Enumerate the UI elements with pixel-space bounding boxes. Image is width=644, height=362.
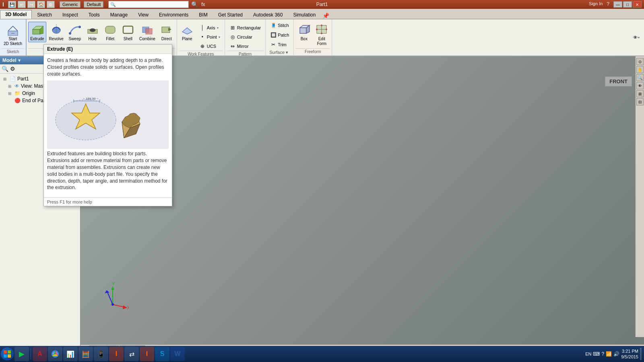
tab-3d-model[interactable]: 3D Model	[0, 10, 32, 19]
tab-autodesk-360[interactable]: Autodesk 360	[248, 10, 288, 19]
plane-icon	[181, 23, 194, 36]
point-icon: •	[199, 34, 206, 40]
combine-btn[interactable]: Combine	[137, 22, 157, 42]
sweep-btn[interactable]: Sweep	[66, 22, 83, 42]
search-go-btn[interactable]: 🔍	[191, 1, 198, 8]
quick-undo-btn[interactable]: ↩	[18, 1, 26, 8]
help-tray-icon[interactable]: ?	[601, 351, 604, 357]
shell-btn[interactable]: Shell	[120, 22, 136, 42]
tab-tools[interactable]: Tools	[83, 10, 105, 19]
viber-taskbar-btn[interactable]: 📱	[94, 347, 108, 361]
edit-form-btn[interactable]: EditForm	[313, 22, 330, 47]
sign-in-btn[interactable]: Sign In	[589, 1, 603, 8]
search-input[interactable]	[108, 1, 189, 8]
plane-label: Plane	[182, 37, 192, 41]
generic-dropdown[interactable]: Generic	[60, 1, 81, 8]
taskbar: ▶ A 📊 🧮 📱 I ⇄ I S W EN ⌨ ? 📶 🔊 3:21 PM 9…	[0, 346, 644, 362]
point-btn[interactable]: • Point ▾	[196, 33, 223, 41]
titlebar-controls: Sign In ? — □ ✕	[589, 1, 642, 8]
fillet-btn[interactable]: Fillet	[102, 22, 119, 42]
nav-orbit-btn[interactable]: ⊙	[636, 58, 644, 65]
rectangular-btn[interactable]: ⊞ Rectangular	[227, 23, 264, 32]
sidebar-model-label: Model	[2, 58, 17, 63]
nav-look-btn[interactable]: 👁	[636, 82, 644, 89]
tab-environments[interactable]: Environments	[154, 10, 194, 19]
work-features-label: Work Features	[179, 51, 223, 56]
patch-btn[interactable]: 🔲 Patch	[267, 31, 292, 39]
view-icon: 👁	[633, 35, 638, 40]
nav-zoom-sel-btn[interactable]: ⊟	[636, 98, 644, 105]
tab-simulation[interactable]: Simulation	[288, 10, 321, 19]
calc-taskbar-btn[interactable]: 🧮	[78, 347, 93, 361]
volume-icon[interactable]: 🔊	[613, 351, 619, 357]
tab-sketch[interactable]: Sketch	[32, 10, 57, 19]
view-dropdown-arrow: ▾	[638, 36, 640, 39]
axis-dropdown-arrow: ▾	[217, 26, 219, 30]
svg-rect-18	[300, 28, 306, 33]
circular-btn[interactable]: ◎ Circular	[227, 33, 264, 41]
tab-bim[interactable]: BIM	[194, 10, 213, 19]
plane-btn[interactable]: Plane	[179, 22, 196, 42]
ucs-btn[interactable]: ⊕ UCS	[196, 42, 223, 51]
skype-taskbar-btn[interactable]: S	[155, 347, 169, 361]
start-2d-sketch-btn[interactable]: Start2D Sketch	[2, 22, 24, 47]
app1-taskbar-btn[interactable]: A	[33, 347, 47, 361]
surface-dropdown-btn[interactable]: Surface ▾	[267, 49, 292, 56]
start-button[interactable]	[1, 348, 14, 360]
nav-pan-btn[interactable]: ✋	[636, 66, 644, 73]
origin-expand-icon[interactable]: ⊞	[8, 91, 13, 96]
part1-label: Part1	[17, 76, 29, 82]
sidebar-filter-icon[interactable]: 🔍	[2, 66, 8, 72]
taskbar-sep-1	[31, 348, 31, 360]
minimize-btn[interactable]: —	[613, 1, 622, 8]
tooltip-detail: Extruded features are building blocks fo…	[47, 150, 169, 191]
quick-home-btn[interactable]: 🏠	[37, 1, 45, 8]
app-icon: I	[2, 1, 4, 8]
tab-inspect[interactable]: Inspect	[57, 10, 83, 19]
nav-zoom-btn[interactable]: 🔍	[636, 74, 644, 81]
pin-icon[interactable]: 📌	[322, 12, 329, 19]
close-btn[interactable]: ✕	[633, 1, 642, 8]
end-of-part-icon: 🔴	[14, 98, 21, 103]
view-master-expand-icon[interactable]: ⊞	[8, 84, 13, 88]
nav-zoom-all-btn[interactable]: ⊞	[636, 90, 644, 97]
quick-redo-btn[interactable]: ↪	[27, 1, 35, 8]
fillet-icon	[104, 23, 117, 36]
view-label: FRONT	[605, 76, 632, 86]
default-dropdown[interactable]: Default	[84, 1, 103, 8]
extrude-btn[interactable]: Extrude	[28, 22, 46, 42]
inventor-taskbar-btn[interactable]: I	[109, 347, 124, 361]
word-taskbar-btn[interactable]: W	[170, 347, 185, 361]
tab-manage[interactable]: Manage	[105, 10, 133, 19]
quick-misc-btn[interactable]: ⚙	[47, 1, 55, 8]
help-btn[interactable]: ?	[607, 1, 609, 8]
quick-save-btn[interactable]: 💾	[8, 1, 16, 8]
box-freeform-btn[interactable]: Box	[295, 22, 312, 42]
box-ff-label: Box	[301, 37, 308, 41]
stitch-btn[interactable]: 🧵 Stitch	[267, 21, 292, 30]
trim-btn[interactable]: ✂ Trim	[267, 40, 289, 49]
maximize-btn[interactable]: □	[623, 1, 632, 8]
direct-btn[interactable]: Direct	[158, 22, 175, 42]
keyboard-icon[interactable]: ⌨	[593, 351, 600, 357]
view-options-btn[interactable]: 👁 ▾	[630, 34, 642, 41]
network-icon[interactable]: 📶	[606, 351, 612, 357]
tab-get-started[interactable]: Get Started	[213, 10, 248, 19]
tab-view[interactable]: View	[133, 10, 154, 19]
svg-text:Y: Y	[112, 281, 115, 286]
transfer-taskbar-btn[interactable]: ⇄	[124, 347, 139, 361]
hole-btn[interactable]: Hole	[84, 22, 101, 42]
inventor2-taskbar-btn[interactable]: I	[140, 347, 154, 361]
tooltip-body: Creates a feature or body by adding dept…	[44, 54, 172, 197]
mirror-btn[interactable]: ⇔ Mirror	[227, 42, 264, 51]
axis-btn[interactable]: │ Axis ▾	[196, 23, 223, 32]
part1-expand-icon[interactable]: ⊞	[3, 77, 8, 81]
revolve-btn[interactable]: Revolve	[47, 22, 66, 42]
media-player-btn[interactable]: ▶	[14, 347, 29, 361]
ucs-icon: ⊕	[199, 43, 206, 49]
sidebar-settings-icon[interactable]: ⚙	[10, 66, 15, 72]
excel-taskbar-btn[interactable]: 📊	[63, 347, 78, 361]
chrome-taskbar-btn[interactable]	[48, 347, 62, 361]
fx-btn[interactable]: fx	[201, 2, 205, 7]
show-desktop-btn[interactable]	[640, 348, 642, 360]
